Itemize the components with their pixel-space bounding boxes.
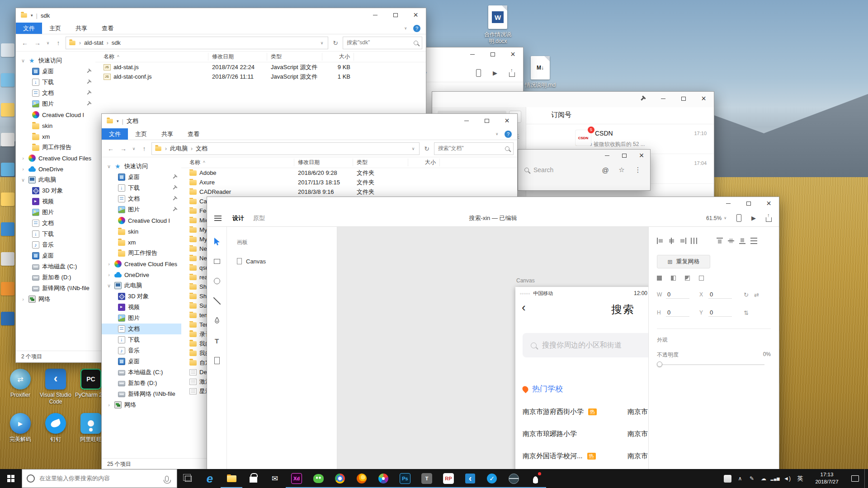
ribbon-tab[interactable]: 文件 [102,128,128,140]
sidebar-item[interactable]: 视频 [102,302,181,313]
chevron-collapsed-icon[interactable] [106,402,112,408]
breadcrumb-segment[interactable]: sdk [105,39,123,46]
sidebar-item[interactable]: 图片 [16,99,95,109]
sidebar-item-creative-cloud[interactable]: Creative Cloud Files [102,258,181,269]
minimize-button[interactable] [456,114,476,127]
column-header-name[interactable]: 名称 [186,159,294,166]
close-button[interactable] [633,150,650,161]
sidebar-item[interactable]: 桌面 [16,66,95,77]
sidebar-item[interactable]: 新锋网络 (\\Nb-file [16,283,95,294]
ribbon-tab[interactable]: 文件 [16,23,42,34]
device-preview-icon[interactable] [476,69,481,77]
chevron-collapsed-icon[interactable] [20,166,26,172]
column-header-size[interactable]: 大小 [408,159,440,166]
tray-cloud-icon[interactable]: ☁ [758,475,769,482]
height-field[interactable]: 0 [666,309,689,317]
artboard[interactable]: ○○○○○ 中国移动 12:00 ‹ 搜索 搜搜你周边的小区和街道 热门学校 南… [515,287,648,488]
sidebar-item[interactable]: 新加卷 (D:) [16,272,95,283]
taskbar-app-icon[interactable] [503,469,524,488]
mode-tab[interactable]: 设计 [232,214,244,222]
chevron-expanded-icon[interactable] [106,164,112,169]
sidebar-item[interactable]: 桌面 [102,172,181,183]
taskbar-app-icon[interactable] [524,469,546,488]
search-input[interactable]: Search [533,166,595,174]
file-row[interactable]: Axure 2017/11/3 18:15 文件夹 [181,178,517,187]
sidebar-item[interactable]: 文档 [16,218,95,229]
search-box[interactable]: 搜索"文档" [434,142,514,155]
window-titlebar[interactable] [518,150,650,162]
maximize-button[interactable] [673,92,693,105]
maximize-button[interactable] [616,150,633,161]
pen-tool[interactable] [212,316,222,325]
ribbon-tab[interactable]: 共享 [154,128,180,140]
desktop-file-docx[interactable]: W 合作情况说明.docx [477,5,518,45]
window-titlebar[interactable]: ▾ | sdk [16,8,426,23]
artboard-tool[interactable] [212,356,222,365]
flip-horizontal-icon[interactable]: ⇄ [754,291,759,298]
sidebar-item-creative-cloud[interactable]: Creative Cloud Files [16,153,95,164]
refresh-icon[interactable]: ↻ [421,145,432,152]
ribbon-tab[interactable]: 共享 [68,23,94,34]
network-icon[interactable]: ▂▄▆ [770,477,781,481]
desktop-file-md[interactable]: M↓ 情况说明.md [520,56,561,89]
chevron-collapsed-icon[interactable] [20,155,26,161]
ellipse-tool[interactable] [212,277,222,286]
taskbar-app-icon[interactable] [242,469,264,488]
taskbar-app-icon[interactable]: Xd [286,469,307,488]
align-middle-icon[interactable] [728,238,735,244]
desktop-icon-clipped[interactable] [1,252,14,266]
search-tool-window[interactable]: Search @ ☆ ⋮ [518,149,651,191]
address-bar[interactable]: ald-statsdk ∨ [66,37,328,49]
refresh-icon[interactable]: ↻ [330,39,341,47]
desktop-icon-clipped[interactable] [1,133,14,146]
quick-access-toolbar-dropdown[interactable]: ▾ [31,13,33,18]
sidebar-item[interactable]: skin [102,226,181,237]
intersect-icon[interactable] [685,276,690,281]
column-header-date[interactable]: 修改日期 [294,159,353,166]
recent-locations-dropdown[interactable]: ∨ [131,146,137,151]
taskbar-app-icon[interactable] [329,469,351,488]
taskbar-app-icon[interactable] [307,469,329,488]
sidebar-item[interactable]: 本地磁盘 (C:) [16,261,95,272]
window-titlebar[interactable] [207,197,779,210]
desktop-icon-clipped[interactable] [1,192,14,206]
sidebar-item[interactable]: 文档 [102,193,181,204]
sidebar-item[interactable]: xm [16,131,95,142]
align-top-icon[interactable] [717,238,723,244]
taskbar-app-icon[interactable] [351,469,373,488]
ribbon-tab[interactable]: 主页 [128,128,154,140]
column-header-type[interactable]: 类型 [353,159,408,166]
breadcrumb-segment[interactable]: 文档 [189,145,209,153]
address-bar[interactable]: 此电脑文档 ∨ [151,142,420,155]
chevron-expanded-icon[interactable] [20,177,26,183]
window-titlebar[interactable]: ▾ | 文档 [102,114,517,128]
sidebar-item[interactable]: 下载 [102,183,181,193]
sidebar-item[interactable]: 文档 [102,324,181,334]
share-icon[interactable] [509,72,515,77]
help-icon[interactable] [413,25,420,32]
taskbar-app-icon[interactable] [199,469,221,488]
chevron-collapsed-icon[interactable] [106,261,112,267]
microphone-icon[interactable] [165,476,169,482]
play-icon[interactable]: ▶ [751,215,756,221]
forward-button[interactable]: → [118,145,129,152]
taskbar-app-icon[interactable] [373,469,394,488]
zoom-level-dropdown[interactable]: 61.5%∨ [706,215,726,221]
sidebar-item[interactable]: 图片 [16,207,95,218]
artboard-label[interactable]: Canvas [516,277,535,284]
taskbar-app-icon[interactable] [221,469,242,488]
task-view-button[interactable] [177,469,199,488]
mode-tab[interactable]: 原型 [253,214,265,222]
ribbon-collapse-icon[interactable]: ∨ [404,26,407,30]
column-header-size[interactable]: 大小 [322,53,354,61]
width-field[interactable]: 0 [666,291,689,299]
taskbar-app-icon[interactable]: T [416,469,438,488]
show-desktop-button[interactable] [864,469,867,488]
close-button[interactable] [503,47,523,61]
sidebar-item[interactable]: 图片 [102,313,181,324]
column-header-name[interactable]: 名称 [100,53,208,61]
start-button[interactable] [0,469,22,488]
minimize-button[interactable] [599,150,616,161]
pin-window-button[interactable] [632,92,653,105]
align-center-icon[interactable] [668,238,675,244]
